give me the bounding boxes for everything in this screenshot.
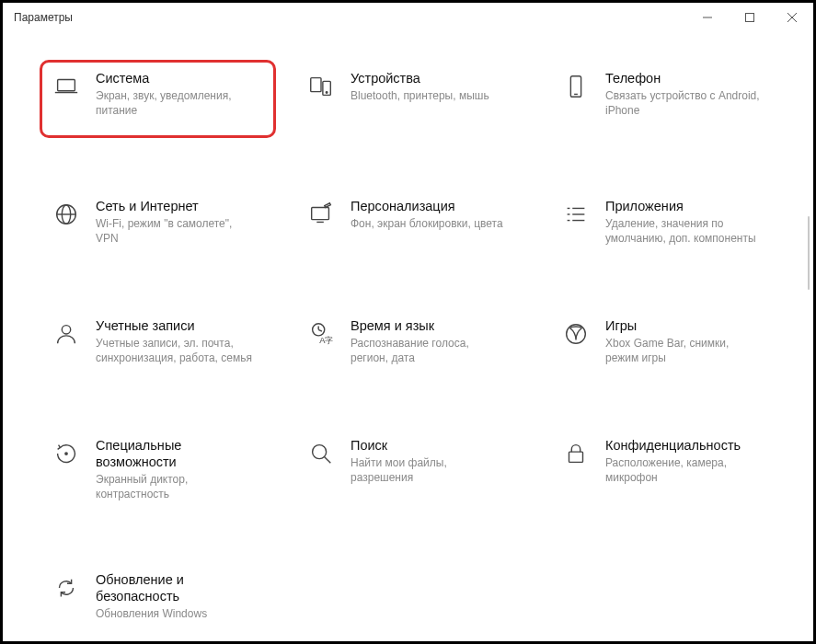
tile-title: Сеть и Интернет	[96, 198, 252, 214]
svg-point-22	[62, 325, 70, 333]
window-title: Параметры	[14, 11, 73, 24]
devices-icon	[306, 72, 336, 101]
xbox-icon	[561, 319, 591, 349]
tile-desc: Wi-Fi, режим "в самолете", VPN	[96, 216, 252, 246]
maximize-button[interactable]	[729, 3, 771, 32]
tile-title: Учетные записи	[96, 317, 252, 334]
tile-desc: Экранный диктор, контрастность	[96, 472, 252, 501]
apps-icon	[561, 200, 591, 229]
tile-title: Конфиденциальность	[605, 437, 762, 454]
personalization-icon	[306, 200, 336, 229]
tile-title: Обновление и безопасность	[96, 571, 264, 604]
phone-icon	[561, 72, 591, 101]
svg-point-27	[567, 324, 586, 343]
tile-title: Приложения	[605, 198, 762, 214]
tile-desc: Обновления Windows	[96, 606, 252, 621]
tile-update-security[interactable]: Обновление и безопасность Обновления Win…	[40, 561, 276, 631]
update-icon	[52, 573, 81, 603]
ease-of-access-icon	[52, 439, 81, 468]
laptop-icon	[52, 72, 81, 101]
tile-apps[interactable]: Приложения Удаление, значения по умолчан…	[549, 188, 786, 258]
tile-desc: Bluetooth, принтеры, мышь	[351, 88, 489, 103]
tile-title: Специальные возможности	[96, 437, 264, 470]
window-controls	[686, 3, 813, 32]
settings-grid: Система Экран, звук, уведомления, питани…	[40, 60, 786, 632]
svg-rect-1	[746, 14, 754, 22]
titlebar: Параметры	[3, 3, 813, 32]
scrollbar-thumb[interactable]	[808, 216, 810, 290]
tile-privacy[interactable]: Конфиденциальность Расположение, камера,…	[549, 427, 786, 512]
svg-rect-31	[569, 452, 583, 462]
tile-desc: Расположение, камера, микрофон	[605, 455, 762, 485]
svg-rect-4	[58, 80, 75, 91]
globe-icon	[52, 200, 81, 229]
tile-title: Телефон	[605, 70, 762, 86]
svg-text:A字: A字	[319, 336, 333, 345]
tile-desc: Найти мои файлы, разрешения	[351, 455, 507, 485]
svg-line-25	[318, 329, 322, 331]
svg-point-28	[64, 452, 68, 455]
tile-accounts[interactable]: Учетные записи Учетные записи, эл. почта…	[40, 307, 276, 377]
content-area: Система Экран, звук, уведомления, питани…	[3, 32, 813, 641]
tile-personalization[interactable]: Персонализация Фон, экран блокировки, цв…	[294, 188, 531, 258]
lock-icon	[561, 439, 591, 468]
settings-window: Параметры Система Экран, звук,	[0, 0, 816, 644]
tile-devices[interactable]: Устройства Bluetooth, принтеры, мышь	[294, 60, 531, 138]
tile-time-language[interactable]: A字 Время и язык Распознавание голоса, ре…	[294, 307, 531, 377]
svg-point-8	[326, 92, 328, 94]
tile-desc: Распознавание голоса, регион, дата	[351, 336, 507, 365]
tile-title: Поиск	[351, 437, 507, 454]
tile-desc: Учетные записи, эл. почта, синхронизация…	[96, 336, 252, 365]
tile-gaming[interactable]: Игры Xbox Game Bar, снимки, режим игры	[549, 307, 786, 377]
time-language-icon: A字	[306, 319, 336, 349]
svg-line-30	[325, 456, 331, 463]
tile-desc: Фон, экран блокировки, цвета	[351, 216, 503, 231]
tile-title: Персонализация	[351, 198, 503, 214]
tile-system[interactable]: Система Экран, звук, уведомления, питани…	[40, 60, 276, 138]
person-icon	[52, 319, 81, 349]
tile-network[interactable]: Сеть и Интернет Wi-Fi, режим "в самолете…	[40, 188, 276, 258]
tile-desc: Xbox Game Bar, снимки, режим игры	[605, 336, 762, 365]
tile-desc: Экран, звук, уведомления, питание	[96, 88, 252, 118]
svg-point-29	[313, 444, 327, 458]
tile-title: Устройства	[351, 70, 489, 86]
search-icon	[306, 439, 336, 468]
svg-rect-6	[311, 78, 321, 92]
tile-search[interactable]: Поиск Найти мои файлы, разрешения	[294, 427, 531, 512]
tile-ease-of-access[interactable]: Специальные возможности Экранный диктор,…	[40, 427, 276, 512]
minimize-button[interactable]	[686, 3, 729, 32]
svg-rect-14	[312, 207, 329, 219]
tile-desc: Связать устройство с Android, iPhone	[605, 88, 762, 118]
close-button[interactable]	[771, 3, 813, 32]
tile-title: Игры	[605, 317, 762, 334]
tile-title: Время и язык	[351, 317, 507, 334]
tile-title: Система	[96, 70, 252, 86]
tile-desc: Удаление, значения по умолчанию, доп. ко…	[605, 216, 762, 246]
tile-phone[interactable]: Телефон Связать устройство с Android, iP…	[549, 60, 786, 138]
